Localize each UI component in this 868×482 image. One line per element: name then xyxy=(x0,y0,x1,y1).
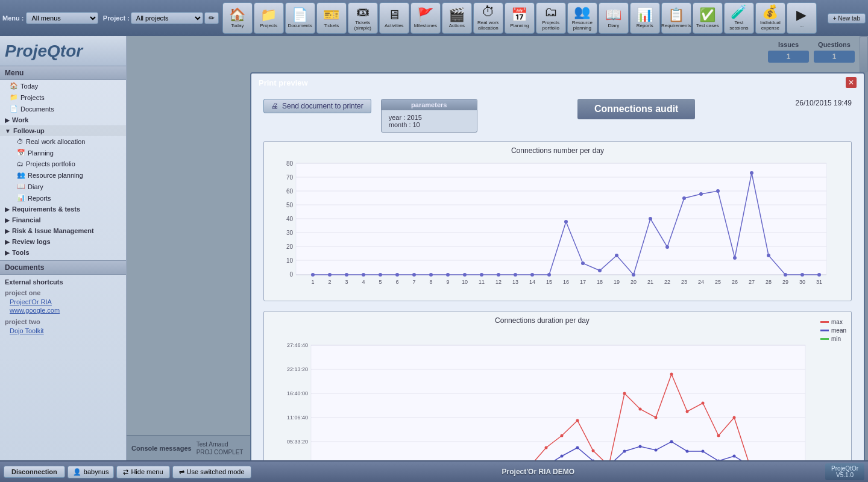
toolbar-btn-documents[interactable]: 📄Documents xyxy=(285,2,315,34)
project-dropdown[interactable]: All projects xyxy=(131,12,203,24)
month-label: month : 10 xyxy=(389,121,470,128)
toolbar-btn-activities[interactable]: 🖥Activities xyxy=(379,2,409,34)
svg-text:21: 21 xyxy=(647,279,653,285)
svg-point-177 xyxy=(717,434,720,437)
svg-point-55 xyxy=(395,273,399,277)
sidebar-group-reviewlogs[interactable]: ▶ Review logs xyxy=(0,236,126,247)
svg-text:28: 28 xyxy=(766,279,772,285)
toolbar-btn-testcases[interactable]: ✅Test cases xyxy=(693,2,723,34)
sidebar-item-documents[interactable]: 📄 Documents xyxy=(0,103,126,114)
svg-text:8: 8 xyxy=(429,279,432,285)
toolbar-btn-tickets-simple[interactable]: 🎟Tickets (simple) xyxy=(348,2,378,34)
project-label: Project : xyxy=(103,14,130,22)
sidebar-group-reqtests[interactable]: ▶ Requirements & tests xyxy=(0,204,126,214)
svg-point-60 xyxy=(480,273,483,277)
svg-rect-0 xyxy=(296,163,826,275)
new-tab-button[interactable]: + New tab xyxy=(828,13,866,23)
toolbar-btn-realwork[interactable]: ⏱Real work allocation xyxy=(473,2,503,34)
tickets-simple-icon: 🎟 xyxy=(356,5,370,19)
svg-text:60: 60 xyxy=(286,188,294,195)
ext-link-ria[interactable]: Project'Or RIA xyxy=(5,298,121,306)
svg-text:30: 30 xyxy=(799,279,805,285)
toolbar-btn-resource[interactable]: 👥Resource planning xyxy=(567,2,597,34)
params-label: parameters xyxy=(382,99,477,110)
sidebar-item-diary[interactable]: 📖 Diary xyxy=(5,181,126,192)
toolbar-btn-testsessions[interactable]: 🧪Test sessions xyxy=(724,2,754,34)
svg-point-68 xyxy=(615,254,618,257)
svg-text:40: 40 xyxy=(286,216,294,222)
svg-point-166 xyxy=(733,455,736,458)
ext-link-dojo[interactable]: Dojo Toolkit xyxy=(5,327,121,335)
svg-point-156 xyxy=(561,455,564,458)
svg-text:22: 22 xyxy=(664,279,670,285)
modal-close-button[interactable]: ✕ xyxy=(846,77,857,88)
sidebar-item-today[interactable]: 🏠 Today xyxy=(0,80,126,92)
toolbar-btn-requirements[interactable]: 📋Requirements xyxy=(661,2,691,34)
chart2-title: Connections duration per day xyxy=(269,316,816,325)
sidebar-item-reports[interactable]: 📊 Reports xyxy=(5,192,126,204)
svg-text:24: 24 xyxy=(698,279,704,285)
year-label: year : 2015 xyxy=(389,114,470,121)
expand-financial-icon: ▶ xyxy=(5,217,10,224)
bottom-bar: Disconnection 👤 babynus ⇄ Hide menu ⇌ Us… xyxy=(0,460,868,482)
sidebar-item-realwork[interactable]: ⏱ Real work allocation xyxy=(5,136,126,147)
activities-icon: 🖥 xyxy=(388,8,401,22)
svg-point-63 xyxy=(530,273,534,277)
svg-text:19: 19 xyxy=(614,279,620,285)
toolbar-btn-diary[interactable]: 📖Diary xyxy=(599,2,629,34)
menu-dropdown[interactable]: All menus xyxy=(26,12,98,24)
chart1-inner: 0 10 20 30 40 50 60 70 80 1 xyxy=(264,157,851,296)
toolbar-btn-more[interactable]: ▶... xyxy=(787,2,817,34)
svg-point-175 xyxy=(686,410,689,413)
toolbar-btn-tickets[interactable]: 🎫Tickets xyxy=(316,2,347,34)
edit-project-button[interactable]: ✏ xyxy=(204,12,219,24)
sidebar-group-tools[interactable]: ▶ Tools xyxy=(0,247,126,258)
svg-rect-81 xyxy=(311,345,805,460)
toolbar-btn-actions[interactable]: 🎬Actions xyxy=(442,2,472,34)
svg-point-163 xyxy=(686,450,689,453)
sidebar-group-work[interactable]: ▶ Work xyxy=(0,114,126,125)
ext-link-google[interactable]: www.google.com xyxy=(5,306,121,315)
modal-top-row: 🖨 Send document to printer parameters ye… xyxy=(263,99,852,133)
svg-text:11:06:40: 11:06:40 xyxy=(287,415,308,421)
sidebar-item-planning[interactable]: 📅 Planning xyxy=(5,147,126,158)
svg-point-171 xyxy=(623,392,626,395)
params-box: parameters year : 2015 month : 10 xyxy=(381,99,477,133)
resource-icon: 👥 xyxy=(574,5,590,19)
sidebar-group-risk[interactable]: ▶ Risk & Issue Management xyxy=(0,225,126,236)
svg-text:17: 17 xyxy=(580,279,586,285)
legend-min-label: min xyxy=(831,336,841,342)
version-info: ProjeQtOr V5.1.0 xyxy=(825,463,864,480)
legend-min: min xyxy=(820,336,846,342)
sidebar-item-projects[interactable]: 📁 Projects xyxy=(0,92,126,103)
legend-max: max xyxy=(820,319,846,325)
sidebar-group-followup[interactable]: ▼ Follow-up xyxy=(0,125,126,136)
toolbar-btn-planning[interactable]: 📅Planning xyxy=(505,2,535,34)
svg-text:27: 27 xyxy=(749,279,755,285)
send-to-printer-button[interactable]: 🖨 Send document to printer xyxy=(263,99,371,113)
external-shortcuts: External shortcuts project one Project'O… xyxy=(0,275,126,339)
switched-mode-label: Use switched mode xyxy=(187,468,245,475)
chart2-top: Connections duration per day max mean xyxy=(264,316,851,342)
toolbar-btn-today[interactable]: 🏠Today xyxy=(222,2,253,34)
sidebar-item-portfolio[interactable]: 🗂 Projects portfolio xyxy=(5,158,126,169)
toolbar-btn-projects[interactable]: 📁Projects xyxy=(254,2,284,34)
toolbar-btn-individual[interactable]: 💰Individual expense xyxy=(755,2,785,34)
hide-menu-label: Hide menu xyxy=(131,468,163,475)
disconnect-button[interactable]: Disconnection xyxy=(4,466,65,478)
hide-menu-button[interactable]: ⇄ Hide menu xyxy=(116,466,169,478)
switched-mode-button[interactable]: ⇌ Use switched mode xyxy=(172,466,251,478)
sidebar-item-resource[interactable]: 👥 Resource planning xyxy=(5,169,126,181)
svg-point-62 xyxy=(514,273,517,277)
app-name: Project'Or RIA DEMO xyxy=(254,468,823,476)
chart2-container: Connections duration per day max mean xyxy=(263,311,852,460)
svg-text:18: 18 xyxy=(597,279,603,285)
chart2-inner: 00:00:00 05:33:20 11:06:40 16:40:00 22:1… xyxy=(264,342,851,460)
toolbar-btn-reports[interactable]: 📊Reports xyxy=(630,2,660,34)
portfolio-icon: 🗂 xyxy=(544,5,558,19)
expand-risk-icon: ▶ xyxy=(5,228,10,234)
toolbar-btn-milestones[interactable]: 🚩Milestones xyxy=(410,2,441,34)
toolbar-btn-portfolio[interactable]: 🗂Projects portfolio xyxy=(536,2,566,34)
svg-point-61 xyxy=(497,273,500,277)
sidebar-group-financial[interactable]: ▶ Financial xyxy=(0,214,126,225)
